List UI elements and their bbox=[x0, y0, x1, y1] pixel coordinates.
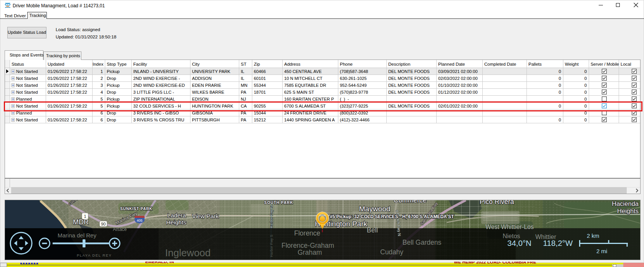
svg-text:SUNKIST PARK: SUNKIST PARK bbox=[120, 207, 152, 211]
svg-text:Florence-Graham: Florence-Graham bbox=[281, 242, 334, 249]
svg-text:SOUTH PARK: SOUTH PARK bbox=[264, 201, 293, 205]
svg-text:Pico Rivera: Pico Rivera bbox=[480, 200, 514, 206]
svg-text:PLAYA DEL REY: PLAYA DEL REY bbox=[77, 253, 112, 257]
svg-text:1: 1 bbox=[84, 214, 86, 219]
svg-text:405: 405 bbox=[137, 219, 142, 222]
svg-text:Ladera: Ladera bbox=[167, 212, 186, 219]
svg-text:Heights: Heights bbox=[166, 219, 187, 226]
svg-text:Marina del Rey: Marina del Rey bbox=[58, 232, 96, 239]
svg-text:View Park: View Park bbox=[192, 213, 219, 219]
svg-text:Cudahy: Cudahy bbox=[380, 248, 404, 256]
svg-text:Harbor Fwy S: Harbor Fwy S bbox=[269, 235, 273, 257]
svg-text:Hacienda: Hacienda bbox=[612, 200, 639, 207]
svg-text:90: 90 bbox=[101, 222, 106, 226]
svg-text:Florence: Florence bbox=[294, 229, 320, 237]
svg-text:#5 Pickup: 32 COLD SERVICES -: #5 Pickup: 32 COLD SERVICES - H, 6700 S … bbox=[330, 214, 454, 219]
svg-text:Heights: Heights bbox=[617, 207, 639, 214]
svg-text:Commerce: Commerce bbox=[394, 200, 427, 204]
svg-text:Maywood: Maywood bbox=[359, 205, 390, 213]
svg-text:2 mi: 2 mi bbox=[596, 248, 607, 254]
svg-text:Harbor Fwy N: Harbor Fwy N bbox=[269, 206, 273, 228]
svg-text:2 km: 2 km bbox=[587, 232, 599, 239]
svg-text:Bell Gardens: Bell Gardens bbox=[402, 239, 441, 246]
svg-text:Inglewood: Inglewood bbox=[165, 247, 211, 259]
svg-text:34,0°N: 34,0°N bbox=[507, 239, 531, 247]
svg-text:Bell: Bell bbox=[367, 226, 378, 234]
svg-text:Graham: Graham bbox=[298, 249, 322, 256]
svg-text:West Whittier-Los: West Whittier-Los bbox=[485, 224, 534, 230]
svg-text:118,2°W: 118,2°W bbox=[543, 239, 573, 247]
svg-text:Alsace: Alsace bbox=[113, 227, 127, 232]
